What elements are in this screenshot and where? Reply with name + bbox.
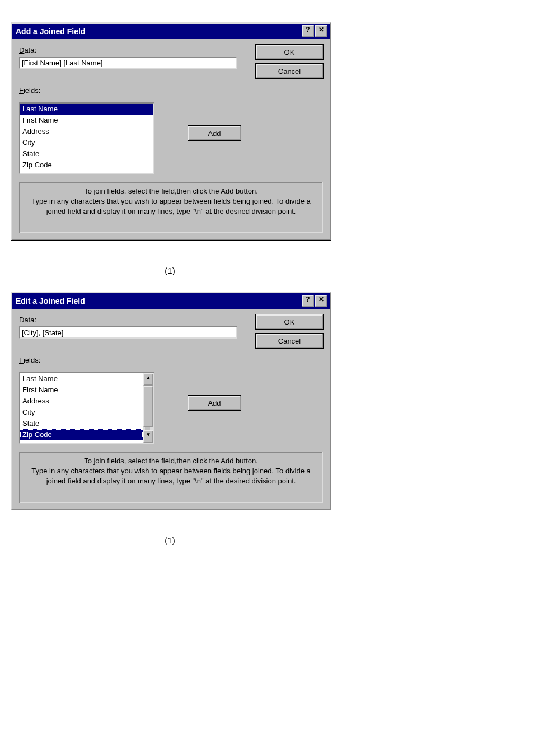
list-item[interactable]: First Name bbox=[20, 115, 153, 126]
titlebar: Add a Joined Field ? ✕ bbox=[12, 24, 330, 39]
list-item[interactable]: City bbox=[20, 137, 153, 148]
list-item[interactable]: Address bbox=[20, 126, 153, 137]
scroll-track[interactable] bbox=[143, 386, 153, 430]
ok-button[interactable]: OK bbox=[256, 314, 323, 329]
fields-label: Fields: bbox=[19, 86, 323, 95]
help-icon[interactable]: ? bbox=[302, 295, 314, 307]
list-item[interactable]: State bbox=[20, 418, 143, 429]
close-icon[interactable]: ✕ bbox=[315, 295, 327, 307]
scroll-down-icon[interactable]: ▼ bbox=[143, 430, 153, 443]
fields-listbox[interactable]: Last Name First Name Address City State … bbox=[19, 102, 154, 174]
dialog-title: Add a Joined Field bbox=[16, 27, 301, 36]
add-button[interactable]: Add bbox=[188, 126, 241, 140]
callout: (1) bbox=[11, 510, 329, 545]
add-joined-field-dialog: Add a Joined Field ? ✕ Data: OK Cancel F… bbox=[11, 22, 331, 240]
ok-button[interactable]: OK bbox=[256, 45, 323, 59]
data-input[interactable] bbox=[19, 57, 237, 69]
info-text: To join fields, select the field,then cl… bbox=[19, 452, 323, 503]
scrollbar[interactable]: ▲ ▼ bbox=[143, 373, 153, 443]
cancel-button[interactable]: Cancel bbox=[256, 64, 323, 78]
data-label: Data: bbox=[19, 46, 245, 54]
cancel-button[interactable]: Cancel bbox=[256, 334, 323, 348]
list-item[interactable]: Zip Code bbox=[20, 429, 143, 440]
list-item[interactable]: First Name bbox=[20, 384, 143, 396]
info-text: To join fields, select the field,then cl… bbox=[19, 182, 323, 233]
help-icon[interactable]: ? bbox=[302, 25, 314, 37]
list-item[interactable]: City bbox=[20, 407, 143, 418]
titlebar: Edit a Joined Field ? ✕ bbox=[12, 293, 330, 309]
fields-label: Fields: bbox=[19, 356, 323, 364]
data-input[interactable] bbox=[19, 326, 237, 339]
scroll-thumb[interactable] bbox=[143, 386, 153, 427]
close-icon[interactable]: ✕ bbox=[315, 25, 327, 37]
add-button[interactable]: Add bbox=[188, 396, 241, 410]
edit-joined-field-dialog: Edit a Joined Field ? ✕ Data: OK Cancel … bbox=[11, 292, 331, 510]
dialog-title: Edit a Joined Field bbox=[16, 297, 301, 306]
list-item[interactable]: Last Name bbox=[20, 373, 143, 384]
list-item[interactable]: Last Name bbox=[20, 104, 153, 115]
callout: (1) bbox=[11, 240, 329, 275]
list-item[interactable]: Address bbox=[20, 396, 143, 407]
list-item[interactable]: State bbox=[20, 148, 153, 159]
list-item[interactable]: Zip Code bbox=[20, 159, 153, 171]
scroll-up-icon[interactable]: ▲ bbox=[143, 373, 153, 386]
fields-listbox[interactable]: Last Name First Name Address City State … bbox=[19, 372, 154, 444]
data-label: Data: bbox=[19, 316, 245, 324]
